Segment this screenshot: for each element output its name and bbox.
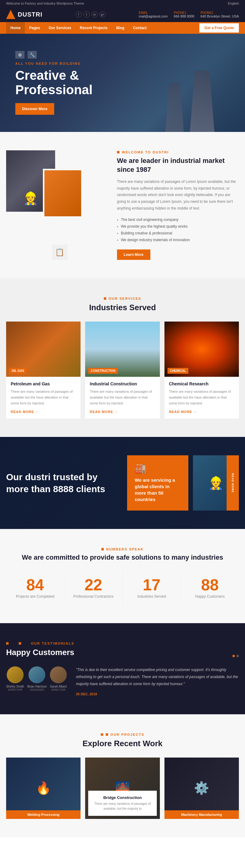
social-icons: f t in g+ — [76, 11, 106, 18]
hero-content: ⚙ 🔧 ALL YOU NEED FOR BUILDING Creative &… — [0, 39, 108, 127]
stat-customers-label: Happy Customers — [187, 594, 233, 599]
bridge-title: Bridge Construction — [93, 795, 152, 800]
petroleum-title: Petroleum and Gas — [11, 381, 76, 386]
chemical-desc: There are many variations of passages of… — [169, 389, 234, 406]
stats-title: We are committed to provide safe solutio… — [6, 554, 239, 561]
chemical-image: CHEMICAL — [165, 321, 239, 377]
hero-tag-icons: ⚙ 🔧 — [15, 51, 93, 59]
construction-read-more[interactable]: READ MORE → — [90, 410, 118, 413]
testimonial-avatars: Shirley Smith DIRECTOR Brian Harrison DE… — [6, 666, 67, 695]
phone-value: 666 888 0000 — [174, 14, 194, 18]
avatar-brian[interactable]: Brian Harrison DESIGNER — [27, 666, 47, 695]
nav-blog[interactable]: Blog — [112, 22, 129, 34]
nav-home[interactable]: Home — [6, 22, 25, 34]
project-card-bridge: 🌉 Bridge Construction There are many var… — [85, 757, 160, 819]
nav-cta-button[interactable]: Get a Free Quote — [199, 23, 239, 33]
about-title: We are leader in industrial market since… — [117, 156, 239, 174]
machinery-badge[interactable]: Machinery Manufacturing — [165, 810, 239, 819]
address-value: 640 Brooklyn Street, USA — [201, 14, 239, 18]
about-content: WELCOME TO DUSTRI We are leader in indus… — [117, 150, 239, 260]
trust-right: 🏭 We are servicing a global clients in m… — [127, 455, 239, 510]
tag-dot-icon — [19, 642, 21, 645]
email-value: mail@agripost.com — [139, 14, 168, 18]
language-selector[interactable]: English — [228, 2, 239, 5]
industry-grid: OIL GAS Petroleum and Gas There are many… — [6, 321, 239, 418]
nav-links: Home Pages Our Services Recent Projects … — [6, 22, 151, 34]
hero-title-line1: Creative & — [15, 68, 93, 83]
testimonials-header-left: OUR TESTIMONIALS Happy Customers — [6, 642, 74, 657]
petroleum-read-more[interactable]: READ MORE → — [11, 410, 39, 413]
project-card-welding: 🔥 Welding Processing — [6, 757, 80, 819]
facebook-icon[interactable]: f — [76, 11, 82, 18]
logo[interactable]: DUSTRI — [6, 10, 42, 19]
feature-list: The best civil engineering company We pr… — [117, 216, 239, 243]
avatar-sarah-image — [50, 666, 67, 683]
industries-header: OUR SERVICES Industries Served — [6, 297, 239, 312]
feature-item-1: The best civil engineering company — [117, 216, 239, 223]
construction-body: Industrial Construction There are many v… — [85, 377, 160, 418]
industry-card-chemical: CHEMICAL Chemical Research There are man… — [165, 321, 239, 418]
avatar-sarah[interactable]: Sarah Albert DIRECTOR — [50, 666, 67, 695]
googleplus-icon[interactable]: g+ — [100, 11, 106, 18]
dot-1[interactable] — [233, 655, 235, 657]
trust-read-more[interactable]: READ MORE — [226, 455, 239, 510]
avatar-sarah-role: DIRECTOR — [50, 688, 67, 691]
stat-contractors-number: 22 — [70, 577, 116, 593]
cooling-tower-1 — [190, 70, 214, 132]
stat-customers-number: 88 — [187, 577, 233, 593]
nav-contact[interactable]: Contact — [129, 22, 151, 34]
stat-projects: 84 Projects are Completed — [6, 571, 64, 605]
welding-image: 🔥 — [6, 757, 80, 819]
project-card-machinery: ⚙️ Machinery Manufacturing — [165, 757, 239, 819]
petroleum-desc: There are many variations of passages of… — [11, 389, 76, 406]
hero-cta-button[interactable]: Discover More — [15, 103, 54, 115]
testimonial-text: "This is due to their excellent service … — [76, 666, 239, 687]
stats-header: NUMBERS SPEAK We are committed to provid… — [6, 547, 239, 561]
bridge-overlay: Bridge Construction There are many varia… — [88, 791, 156, 816]
stat-industries: 17 Industries Served — [123, 571, 181, 605]
linkedin-icon[interactable]: in — [92, 11, 98, 18]
trust-left: Our dustri trusted by more than 8888 cli… — [6, 471, 118, 495]
chemical-read-more[interactable]: READ MORE → — [169, 410, 197, 413]
testimonials-tag-text: OUR TESTIMONIALS — [31, 642, 74, 645]
bridge-desc: There are many variations of passages of… — [93, 801, 152, 811]
hero-title: Creative & Professional — [15, 68, 93, 97]
phone-contact: PHONE1 666 888 0000 — [174, 11, 194, 18]
stats-grid: 84 Projects are Completed 22 Professiona… — [6, 571, 239, 605]
stat-contractors: 22 Professional Contractors — [64, 571, 123, 605]
projects-title: Explore Recent Work — [6, 739, 239, 748]
petroleum-image: OIL GAS — [6, 321, 80, 377]
petroleum-badge: OIL GAS — [9, 368, 27, 374]
stats-tag: NUMBERS SPEAK — [6, 547, 239, 551]
email-label: EMAIL — [139, 11, 168, 14]
avatar-shirley-image — [7, 666, 24, 683]
address-contact: PHONE2 640 Brooklyn Street, USA — [201, 11, 239, 18]
dot-2[interactable] — [237, 655, 239, 657]
feature-item-2: We provide you the highest quality works — [117, 223, 239, 230]
nav-services[interactable]: Our Services — [44, 22, 76, 34]
testimonial-date: 25 DEC, 2019 — [76, 692, 239, 696]
nav-pages[interactable]: Pages — [25, 22, 44, 34]
hero-section: ⚙ 🔧 ALL YOU NEED FOR BUILDING Creative &… — [0, 34, 245, 132]
wrench-icon: 🔧 — [28, 51, 37, 59]
welding-badge[interactable]: Welding Processing — [6, 810, 80, 819]
stat-projects-label: Projects are Completed — [12, 594, 58, 599]
nav-projects[interactable]: Recent Projects — [76, 22, 112, 34]
avatar-shirley[interactable]: Shirley Smith DIRECTOR — [6, 666, 24, 695]
testimonials-section: OUR TESTIMONIALS Happy Customers Shirley… — [0, 623, 245, 714]
about-images: 📋 — [6, 150, 108, 260]
twitter-icon[interactable]: t — [83, 11, 90, 18]
about-icon: 📋 — [52, 245, 67, 260]
learn-more-button[interactable]: Learn More — [117, 249, 150, 260]
stat-industries-label: Industries Served — [129, 594, 175, 599]
construction-badge: CONSTRUCTION — [88, 368, 118, 374]
stats-section: NUMBERS SPEAK We are committed to provid… — [0, 529, 245, 623]
stat-industries-number: 17 — [129, 577, 175, 593]
avatar-shirley-role: DIRECTOR — [6, 688, 24, 691]
gear-icon: ⚙ — [15, 51, 25, 59]
feature-item-3: Building creative & professional — [117, 230, 239, 237]
cooling-tower-2 — [165, 83, 184, 132]
top-bar-right: English — [228, 2, 239, 5]
hero-title-line2: Professional — [15, 83, 93, 97]
chemical-title: Chemical Research — [169, 381, 234, 386]
